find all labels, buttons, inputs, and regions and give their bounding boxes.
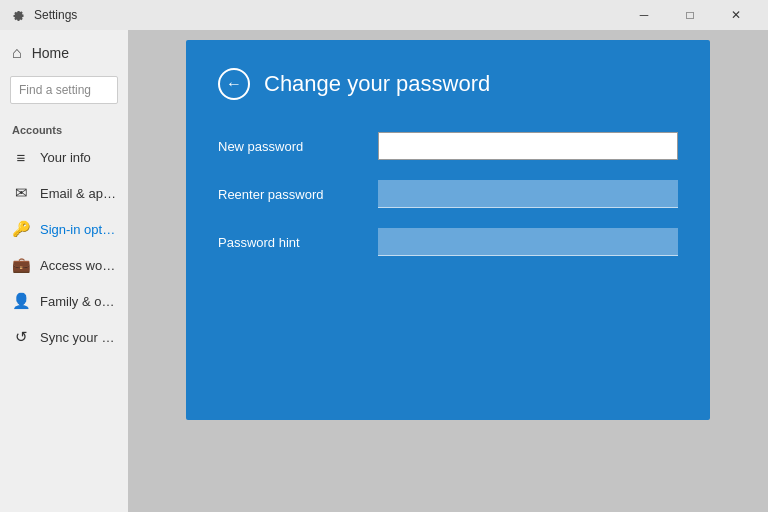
change-password-dialog: ← Change your password New password Reen… xyxy=(186,40,710,420)
sidebar-item-email[interactable]: ✉ Email & app accou xyxy=(0,175,128,211)
dialog-overlay: ← Change your password New password Reen… xyxy=(128,30,768,512)
title-bar: Settings ─ □ ✕ xyxy=(0,0,768,30)
new-password-input[interactable] xyxy=(378,132,678,160)
sidebar-item-email-label: Email & app accou xyxy=(40,186,116,201)
password-hint-label: Password hint xyxy=(218,235,378,250)
sidebar-item-sync-label: Sync your settings xyxy=(40,330,116,345)
new-password-row: New password xyxy=(218,132,678,160)
reenter-password-label: Reenter password xyxy=(218,187,378,202)
sidebar-home-label: Home xyxy=(32,45,69,61)
sign-in-icon: 🔑 xyxy=(12,220,30,238)
minimize-button[interactable]: ─ xyxy=(622,0,666,30)
search-placeholder: Find a setting xyxy=(19,83,91,97)
sidebar-item-sync[interactable]: ↺ Sync your settings xyxy=(0,319,128,355)
maximize-button[interactable]: □ xyxy=(668,0,712,30)
sidebar-item-sign-in-label: Sign-in options xyxy=(40,222,116,237)
back-button[interactable]: ← xyxy=(218,68,250,100)
close-button[interactable]: ✕ xyxy=(714,0,758,30)
new-password-label: New password xyxy=(218,139,378,154)
sidebar-item-work[interactable]: 💼 Access work or sch xyxy=(0,247,128,283)
back-icon: ← xyxy=(226,75,242,93)
sidebar-home-button[interactable]: ⌂ Home xyxy=(0,30,128,76)
title-bar-title: Settings xyxy=(34,8,77,22)
sidebar-item-work-label: Access work or sch xyxy=(40,258,116,273)
dialog-header: ← Change your password xyxy=(218,68,678,100)
settings-icon xyxy=(10,7,26,23)
sidebar: ⌂ Home Find a setting Accounts ≡ Your in… xyxy=(0,30,128,512)
sidebar-search[interactable]: Find a setting xyxy=(10,76,118,104)
sidebar-item-family[interactable]: 👤 Family & other peo xyxy=(0,283,128,319)
sidebar-section-label: Accounts xyxy=(0,116,128,140)
your-info-icon: ≡ xyxy=(12,149,30,166)
sidebar-item-your-info-label: Your info xyxy=(40,150,91,165)
reenter-password-input[interactable] xyxy=(378,180,678,208)
email-icon: ✉ xyxy=(12,184,30,202)
sidebar-item-your-info[interactable]: ≡ Your info xyxy=(0,140,128,175)
sidebar-item-family-label: Family & other peo xyxy=(40,294,116,309)
title-bar-left: Settings xyxy=(10,7,77,23)
dialog-title: Change your password xyxy=(264,71,490,97)
password-hint-input[interactable] xyxy=(378,228,678,256)
reenter-password-row: Reenter password xyxy=(218,180,678,208)
work-icon: 💼 xyxy=(12,256,30,274)
sidebar-item-sign-in[interactable]: 🔑 Sign-in options xyxy=(0,211,128,247)
sync-icon: ↺ xyxy=(12,328,30,346)
password-hint-row: Password hint xyxy=(218,228,678,256)
title-bar-controls: ─ □ ✕ xyxy=(622,0,758,30)
family-icon: 👤 xyxy=(12,292,30,310)
home-icon: ⌂ xyxy=(12,44,22,62)
